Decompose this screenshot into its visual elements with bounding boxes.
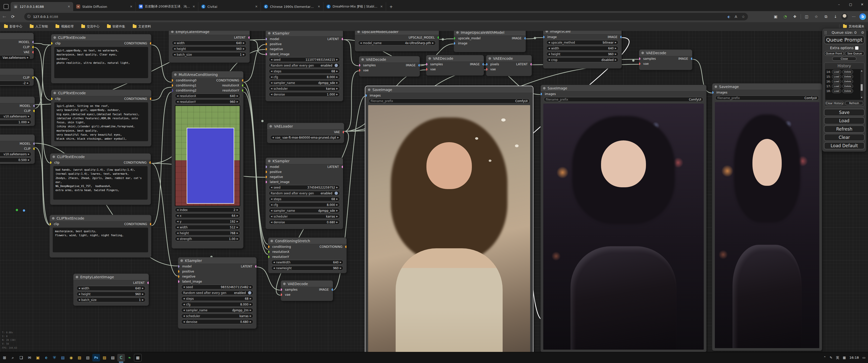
increment-arrow-icon[interactable]: ▶ <box>336 70 338 72</box>
file-explorer-icon[interactable]: ▣ <box>34 354 42 362</box>
node-header[interactable] <box>0 33 34 40</box>
collapse-dot-icon[interactable] <box>52 217 55 220</box>
mail-icon[interactable]: ✉ <box>26 354 33 362</box>
favorites-icon[interactable]: ☆ <box>812 13 820 21</box>
decrement-arrow-icon[interactable]: ◀ <box>177 214 178 217</box>
widget-crop[interactable]: ◀cropdisabled▶ <box>546 58 618 62</box>
widget-cfg[interactable]: ◀cfg8.000▶ <box>269 75 340 79</box>
node-vae-encode[interactable]: VAEEncodepixelsLATENTvae <box>486 55 532 76</box>
output-port-latent[interactable] <box>147 282 149 284</box>
node-save-image-1[interactable]: SaveImageimagesfilename_prefixComfyUI <box>365 86 533 352</box>
decrement-arrow-icon[interactable]: ◀ <box>183 303 185 305</box>
output-port-clip[interactable] <box>33 110 35 112</box>
extensions-puzzle-icon[interactable]: ❖ <box>791 13 799 21</box>
increment-arrow-icon[interactable]: ▶ <box>336 82 338 84</box>
output-port-resolutionx[interactable] <box>242 84 244 87</box>
settings-gear-icon[interactable]: ⚙ <box>861 31 864 35</box>
collapse-dot-icon[interactable] <box>546 31 548 33</box>
minimize-button[interactable]: – <box>833 0 845 8</box>
chrome-icon[interactable]: ◉ <box>67 354 75 362</box>
decrement-arrow-icon[interactable]: ◀ <box>272 136 274 139</box>
decrement-arrow-icon[interactable]: ◀ <box>271 93 272 96</box>
widget-steps[interactable]: ◀steps68▶ <box>269 69 340 74</box>
node-save-image-2[interactable]: SaveImageimagesfilename_prefixComfyUI <box>540 85 707 352</box>
input-port-vae[interactable] <box>281 293 282 296</box>
decrement-arrow-icon[interactable]: ◀ <box>183 286 185 288</box>
output-port-clip[interactable] <box>32 46 34 48</box>
input-port-samples[interactable] <box>639 58 641 60</box>
input-port-clip[interactable] <box>50 161 52 164</box>
widget-height[interactable]: ◀height960▶ <box>546 52 618 57</box>
decrement-arrow-icon[interactable]: ◀ <box>183 297 185 300</box>
clear-button[interactable]: Clear <box>824 134 865 141</box>
widget-value[interactable]: ◀v10.safetensors▶ <box>0 152 32 157</box>
decrement-arrow-icon[interactable]: ◀ <box>177 101 178 103</box>
decrement-arrow-icon[interactable]: ◀ <box>79 299 80 301</box>
bookmark-item-1[interactable]: 影音中心 <box>4 25 22 29</box>
widget-cfg[interactable]: ◀cfg8.000▶ <box>269 202 340 207</box>
tab-close-icon[interactable]: ✕ <box>129 5 133 8</box>
tab-close-icon[interactable]: ✕ <box>317 5 321 8</box>
widget-width[interactable]: ◀width640▶ <box>76 286 146 291</box>
collapse-dot-icon[interactable] <box>456 31 459 34</box>
folder-icon[interactable]: ▨ <box>76 354 83 362</box>
input-port-clip[interactable] <box>50 223 51 225</box>
tab-close-icon[interactable]: ✕ <box>192 5 195 8</box>
node-header[interactable]: SaveImage <box>366 87 533 93</box>
widget-value[interactable]: ◀0.500▶ <box>0 158 32 162</box>
widget-height[interactable]: ◀height960▶ <box>172 46 247 51</box>
collapse-dot-icon[interactable] <box>489 57 491 60</box>
node-multi-area-conditioning[interactable]: MultiAreaConditioningconditioning0CONDIT… <box>172 71 244 249</box>
node-save-image-3[interactable]: SaveImageimagesfilename_prefixComfyUI <box>712 83 822 351</box>
increment-arrow-icon[interactable]: ▶ <box>237 220 238 223</box>
node-ksampler-mid[interactable]: KSamplermodelLATENTpositivenegativelaten… <box>266 158 343 229</box>
input-port-model[interactable] <box>266 166 267 168</box>
tab-close-icon[interactable]: ✕ <box>380 5 383 8</box>
decrement-arrow-icon[interactable]: ◀ <box>273 267 275 269</box>
widget-strength[interactable]: ◀strength1.00▶ <box>175 236 240 241</box>
history-load-button[interactable]: Load <box>832 70 841 74</box>
decrement-arrow-icon[interactable]: ◀ <box>271 88 272 90</box>
other-bookmarks[interactable]: 其他收藏夹 <box>849 25 865 29</box>
node-vae-decode-a[interactable]: VAEDecodesamplesIMAGEvae <box>359 56 420 77</box>
node-header[interactable]: CLIPTextEncode <box>50 154 151 160</box>
browser-tab-2[interactable]: ✦Stable Diffusion✕ <box>73 2 136 11</box>
increment-arrow-icon[interactable]: ▶ <box>336 76 338 78</box>
increment-arrow-icon[interactable]: ▶ <box>336 221 338 223</box>
increment-arrow-icon[interactable]: ▶ <box>142 293 144 295</box>
tab-close-icon[interactable]: ✕ <box>67 5 71 8</box>
node-header[interactable]: SaveImage <box>541 85 706 92</box>
increment-arrow-icon[interactable]: ▶ <box>340 261 341 263</box>
queue-front-button[interactable]: Queue Front <box>824 51 844 56</box>
increment-arrow-icon[interactable]: ▶ <box>237 238 238 240</box>
blue-app-icon[interactable]: ▤ <box>59 354 67 362</box>
input-port-model[interactable] <box>178 265 179 268</box>
photoshop-icon[interactable]: Ps <box>92 354 100 362</box>
bing-chat-icon[interactable]: b <box>860 13 866 20</box>
output-port-image[interactable] <box>483 63 484 66</box>
collapse-dot-icon[interactable] <box>368 89 370 91</box>
prompt-textarea[interactable]: 1girl,gldot, Sitting on the roof, very b… <box>54 102 148 141</box>
output-port-image[interactable] <box>332 288 333 291</box>
increment-arrow-icon[interactable]: ▶ <box>243 47 245 50</box>
increment-arrow-icon[interactable]: ▶ <box>336 186 338 189</box>
toggle-knob[interactable] <box>335 64 338 67</box>
widget-seed[interactable]: ◀seed1110774931544215▶ <box>269 57 340 62</box>
node-header[interactable] <box>0 97 35 103</box>
history-load-button[interactable]: Load <box>832 89 841 93</box>
increment-arrow-icon[interactable]: ▶ <box>336 209 338 212</box>
increment-arrow-icon[interactable]: ▶ <box>432 42 434 44</box>
decrement-arrow-icon[interactable]: ◀ <box>271 215 272 218</box>
widget-filename_prefix[interactable]: filename_prefixComfyUI <box>369 99 530 103</box>
pen-input-icon[interactable]: ✎ <box>830 356 832 360</box>
node-clip-text-encode-3[interactable]: CLIPTextEncodeclipCONDITIONINGbad hands,… <box>50 153 151 205</box>
decrement-arrow-icon[interactable]: ◀ <box>79 287 80 289</box>
browser-tab-5[interactable]: CChinese 1990s Elementary Schoo✕ <box>261 2 323 11</box>
widget-seed[interactable]: ◀seed983324637115482▶ <box>181 285 253 289</box>
price-tag-icon[interactable]: ⬖ <box>727 14 730 19</box>
input-port-clip[interactable] <box>51 42 53 45</box>
collapse-dot-icon[interactable] <box>357 31 360 33</box>
output-port-clip[interactable] <box>32 76 34 79</box>
node-header[interactable]: KSampler <box>178 257 256 264</box>
widget-cfg[interactable]: ◀cfg8.000▶ <box>181 302 253 307</box>
